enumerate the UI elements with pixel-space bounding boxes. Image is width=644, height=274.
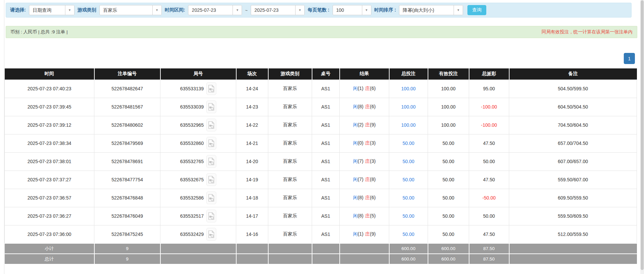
cell-table-no: AS1 (312, 207, 340, 225)
cell-total-bet: 50.00 (389, 134, 428, 152)
player-label: 闲 (353, 231, 358, 237)
video-replay-button[interactable] (206, 100, 216, 113)
video-replay-button[interactable] (206, 82, 216, 95)
game-type-value: 百家乐 (100, 5, 152, 15)
vertical-scrollbar[interactable] (640, 0, 644, 274)
total-row: 总计 9 600.00 600.00 87.50 (5, 254, 637, 264)
cell-payout: 50.00 (469, 207, 509, 225)
currency-total-text: 币别 : 人民币 | 总共 :9 注单 | (10, 29, 68, 35)
video-replay-button[interactable] (206, 155, 216, 168)
cell-valid-bet: 50.00 (428, 134, 469, 152)
page-1-button[interactable]: 1 (624, 53, 635, 64)
cell-game-type: 百家乐 (268, 152, 312, 171)
cell-remark: 559.50/609.50 (509, 207, 637, 225)
cell-remark: 604.50/504.50 (509, 98, 637, 116)
cell-session: 14-20 (236, 152, 268, 171)
chevron-down-icon: ▼ (233, 5, 242, 15)
cell-result: 闲(1)庄(9) (340, 225, 389, 243)
video-replay-button[interactable] (206, 228, 216, 241)
cell-round-no: 635532517 (160, 207, 236, 225)
date-to-select[interactable]: 2025-07-23 ▼ (251, 5, 305, 15)
video-replay-button[interactable] (206, 137, 216, 150)
cell-game-type: 百家乐 (268, 116, 312, 134)
cell-valid-bet: 50.00 (428, 207, 469, 225)
total-bet-link[interactable]: 50.00 (402, 141, 414, 146)
cell-total-bet: 50.00 (389, 171, 428, 189)
cell-table-no: AS1 (312, 80, 340, 98)
total-bet-link[interactable]: 100.00 (401, 122, 416, 128)
video-replay-button[interactable] (206, 191, 216, 204)
cell-payout: 95.00 (469, 80, 509, 98)
cell-game-type: 百家乐 (268, 98, 312, 116)
player-label: 闲 (353, 140, 358, 146)
col-header-valid-bet: 有效投注 (428, 68, 469, 80)
video-replay-button[interactable] (206, 119, 216, 131)
banker-label: 庄 (365, 177, 370, 182)
bets-table: 时间 注单编号 局号 场次 游戏类别 桌号 结果 总投注 有效投注 总派彩 备注… (4, 68, 637, 265)
total-label: 总计 (5, 254, 94, 264)
cell-session: 14-23 (236, 98, 268, 116)
scrollbar-thumb[interactable] (641, 0, 644, 270)
total-bet-link[interactable]: 50.00 (402, 159, 414, 164)
cell-time: 2025-07-23 07:36:00 (5, 225, 94, 243)
date-from-select[interactable]: 2025-07-23 ▼ (188, 5, 242, 15)
summary-bar: 币别 : 人民币 | 总共 :9 注单 | 同局有效投注，统一计算在该局第一张注… (6, 26, 637, 38)
cell-game-type: 百家乐 (268, 80, 312, 98)
sort-order-select[interactable]: 降幂(由大到小) ▼ (399, 5, 463, 15)
video-replay-icon (208, 157, 214, 165)
round-no-text: 635532860 (180, 141, 204, 146)
total-bet-link[interactable]: 50.00 (402, 232, 414, 237)
col-header-result: 结果 (340, 68, 389, 80)
cell-table-no: AS1 (312, 98, 340, 116)
cell-bet-no: 522678482647 (94, 80, 160, 98)
cell-game-type: 百家乐 (268, 171, 312, 189)
subtotal-label: 小计 (5, 243, 94, 254)
cell-table-no: AS1 (312, 116, 340, 134)
player-label: 闲 (353, 104, 358, 109)
search-button[interactable]: 查询 (467, 5, 486, 15)
round-no-text: 635532675 (180, 177, 204, 182)
sort-order-value: 降幂(由大到小) (399, 5, 454, 15)
player-label: 闲 (353, 177, 358, 182)
cell-total-bet: 50.00 (389, 207, 428, 225)
round-no-text: 635533139 (180, 86, 204, 91)
round-no-text: 635532765 (180, 159, 204, 164)
col-header-total-bet: 总投注 (389, 68, 428, 80)
player-points: (8) (358, 104, 363, 109)
col-header-game-type: 游戏类别 (268, 68, 312, 80)
cell-session: 14-17 (236, 207, 268, 225)
cell-total-bet: 100.00 (389, 80, 428, 98)
cell-remark: 609.50/559.50 (509, 189, 637, 207)
cell-payout: -50.00 (469, 189, 509, 207)
player-label: 闲 (353, 195, 358, 200)
cell-bet-no: 522678479569 (94, 134, 160, 152)
total-bet-link[interactable]: 50.00 (402, 213, 414, 219)
player-points: (7) (358, 177, 363, 182)
page-size-select[interactable]: 100 ▼ (333, 5, 371, 15)
banker-points: (5) (370, 213, 376, 218)
total-bet-link[interactable]: 50.00 (402, 195, 414, 201)
total-bet-link[interactable]: 50.00 (402, 177, 414, 182)
video-replay-button[interactable] (206, 210, 216, 222)
col-header-time: 时间 (5, 68, 94, 80)
table-row: 2025-07-23 07:40:23 522678482647 6355331… (5, 80, 637, 98)
total-bet-link[interactable]: 100.00 (401, 86, 416, 91)
cell-valid-bet: 100.00 (428, 98, 469, 116)
table-body: 2025-07-23 07:40:23 522678482647 6355331… (5, 80, 637, 243)
cell-total-bet: 50.00 (389, 152, 428, 171)
total-bet-link[interactable]: 100.00 (401, 104, 416, 110)
table-row: 2025-07-23 07:38:01 522678478691 6355327… (5, 152, 637, 171)
video-replay-icon (208, 139, 214, 147)
cell-session: 14-16 (236, 225, 268, 243)
col-header-remark: 备注 (509, 68, 637, 80)
video-replay-button[interactable] (206, 173, 216, 186)
query-type-select[interactable]: 日期查询 ▼ (29, 5, 74, 15)
game-type-select[interactable]: 百家乐 ▼ (99, 5, 162, 15)
video-replay-icon (208, 85, 214, 93)
banker-points: (6) (370, 104, 376, 109)
subtotal-payout: 87.50 (469, 243, 509, 254)
cell-bet-no: 522678478691 (94, 152, 160, 171)
cell-table-no: AS1 (312, 152, 340, 171)
cell-game-type: 百家乐 (268, 225, 312, 243)
cell-result: 闲(2)庄(9) (340, 116, 389, 134)
